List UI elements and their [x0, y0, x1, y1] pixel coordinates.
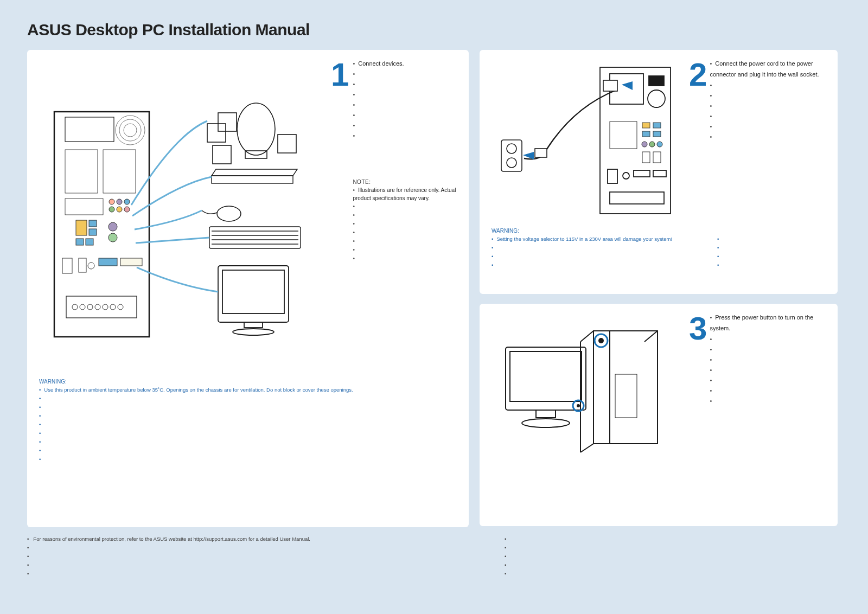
svg-rect-64 [653, 152, 661, 163]
svg-point-32 [110, 304, 116, 310]
step-1-warnings: Use this product in ambient temperature … [39, 386, 457, 464]
footer-left: For reasons of environmental protection,… [27, 535, 363, 578]
svg-point-66 [623, 172, 629, 179]
svg-rect-55 [610, 121, 637, 149]
svg-rect-17 [76, 239, 84, 245]
step-2-warn-head: WARNING: [492, 228, 826, 234]
panel-step-2: 2 Connect the power cord to the power co… [480, 50, 838, 294]
svg-rect-21 [62, 258, 72, 273]
svg-point-3 [119, 119, 141, 141]
svg-point-54 [648, 90, 665, 107]
panel-step-1: 1 Connect devices. [27, 50, 469, 527]
panel-step-3: 3 Press the power button to turn on the … [480, 304, 838, 526]
svg-rect-22 [79, 258, 86, 272]
svg-point-73 [507, 144, 516, 154]
svg-point-62 [657, 142, 662, 147]
svg-point-10 [124, 199, 130, 204]
svg-rect-53 [649, 76, 664, 86]
svg-rect-67 [634, 170, 650, 177]
svg-line-80 [580, 444, 593, 452]
svg-rect-48 [222, 270, 284, 314]
svg-rect-15 [89, 220, 97, 227]
step-3-number: 3 [689, 312, 705, 453]
svg-rect-38 [213, 145, 231, 164]
svg-rect-69 [610, 192, 664, 204]
svg-rect-83 [615, 374, 637, 418]
svg-point-29 [87, 304, 93, 310]
svg-rect-14 [76, 220, 87, 235]
step-2-warnings-left: Setting the voltage selector to 115V in … [492, 235, 685, 270]
svg-rect-24 [99, 258, 117, 266]
svg-point-27 [72, 304, 78, 310]
svg-point-19 [108, 222, 117, 231]
svg-point-91 [577, 404, 580, 407]
svg-point-9 [117, 199, 122, 204]
svg-point-11 [109, 207, 114, 212]
step-1-warn-head: WARNING: [39, 379, 457, 385]
svg-point-85 [598, 338, 604, 343]
svg-point-30 [95, 304, 100, 310]
svg-rect-58 [653, 123, 661, 128]
svg-rect-63 [642, 152, 650, 163]
svg-rect-37 [207, 124, 226, 142]
svg-rect-49 [244, 322, 263, 328]
svg-rect-16 [89, 229, 97, 235]
svg-rect-35 [245, 151, 267, 158]
step-1-instructions: Connect devices. [353, 59, 457, 141]
svg-point-2 [116, 116, 145, 145]
svg-rect-36 [218, 113, 237, 131]
svg-rect-40 [212, 176, 293, 183]
svg-rect-77 [593, 331, 658, 444]
svg-point-4 [124, 124, 137, 137]
svg-rect-87 [510, 351, 582, 401]
svg-rect-18 [86, 239, 93, 245]
svg-rect-65 [608, 169, 617, 183]
svg-point-20 [108, 233, 117, 242]
svg-line-82 [644, 331, 658, 342]
svg-point-50 [233, 329, 274, 335]
svg-point-33 [118, 304, 123, 310]
step-1-notes: Illustrations are for reference only. Ac… [353, 186, 457, 263]
svg-point-23 [88, 263, 94, 269]
svg-point-89 [522, 419, 570, 427]
diagram-connect-devices [39, 59, 321, 357]
footer: For reasons of environmental protection,… [27, 535, 841, 578]
diagram-power-on [492, 312, 681, 453]
step-1-note-head: NOTE: [353, 179, 457, 185]
svg-point-74 [507, 158, 516, 168]
svg-rect-5 [65, 150, 98, 193]
svg-point-60 [642, 142, 647, 147]
svg-rect-1 [65, 117, 114, 142]
svg-point-12 [117, 207, 122, 212]
svg-rect-68 [653, 170, 666, 177]
step-2-number: 2 [689, 59, 705, 216]
svg-point-13 [124, 207, 130, 212]
svg-rect-88 [536, 410, 556, 418]
step-2-warnings-right [717, 235, 826, 270]
svg-point-34 [237, 103, 275, 155]
svg-point-8 [109, 199, 114, 204]
svg-point-31 [103, 304, 108, 310]
page-title: ASUS Desktop PC Installation Manual [27, 21, 841, 39]
svg-rect-42 [209, 227, 301, 248]
svg-rect-25 [120, 258, 142, 266]
svg-point-28 [80, 304, 85, 310]
step-3-instructions: Press the power button to turn on the sy… [710, 312, 826, 406]
svg-rect-72 [501, 140, 522, 171]
step-1-number: 1 [331, 59, 347, 357]
step-2-instructions: Connect the power cord to the power conn… [710, 59, 826, 142]
svg-rect-26 [66, 296, 137, 318]
svg-rect-56 [642, 123, 650, 128]
footer-right [505, 535, 841, 578]
svg-rect-6 [103, 150, 136, 193]
svg-point-61 [649, 142, 655, 147]
svg-rect-0 [54, 112, 149, 337]
svg-rect-76 [535, 149, 547, 157]
svg-point-41 [217, 206, 241, 221]
diagram-power-cord [492, 59, 681, 216]
svg-rect-7 [65, 199, 103, 215]
svg-marker-71 [622, 81, 633, 90]
svg-rect-70 [603, 80, 617, 91]
svg-rect-59 [653, 131, 661, 137]
svg-rect-86 [506, 347, 586, 410]
